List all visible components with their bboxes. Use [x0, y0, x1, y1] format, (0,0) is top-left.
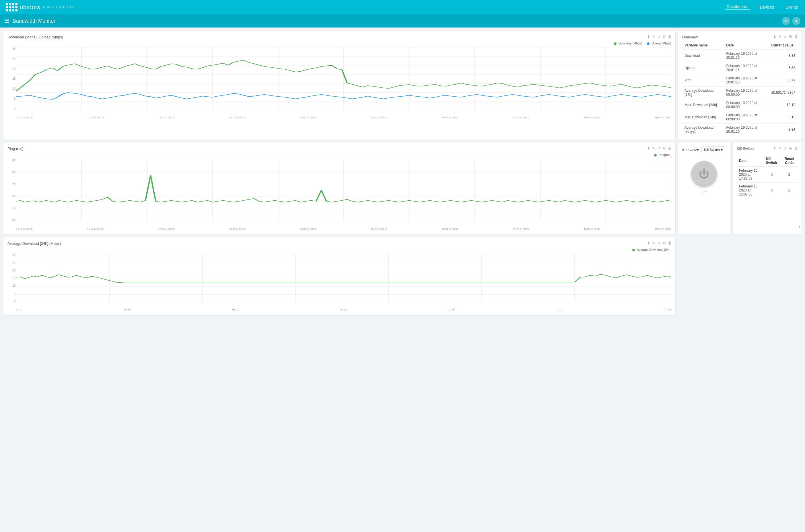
stop-button[interactable]: ● — [792, 17, 800, 25]
chart1-area: Download(Mbps) Upload(Mbps) 28 25 20 15 … — [7, 41, 671, 119]
chart3-toolbar: ⬇ ✎ ↗ ⚙ 🗑 — [647, 241, 672, 245]
chart2-settings-icon[interactable]: ⚙ — [662, 146, 666, 151]
ks-dropdown-label: Kill Switch — [704, 148, 720, 152]
chart1-legend: Download(Mbps) Upload(Mbps) — [614, 41, 671, 45]
chart2-delete-icon[interactable]: 🗑 — [668, 146, 672, 151]
col-date: Date — [724, 41, 769, 49]
chart3-legend: Average Download [24... — [632, 248, 671, 251]
ks-table-row: February 15 2020 at 14:37:58 0 2 — [737, 198, 798, 199]
avg-download-chart-widget: Average Download [24h] (Mbps) ⬇ ✎ ↗ ⚙ 🗑 … — [3, 238, 675, 315]
chart1-share-icon[interactable]: ↗ — [657, 34, 661, 39]
hamburger-icon[interactable]: ☰ — [5, 18, 9, 24]
overview-delete-icon[interactable]: 🗑 — [794, 34, 798, 39]
chart2-legend: Ping(ms) — [654, 153, 671, 156]
logo-dots — [6, 3, 18, 12]
ks-table-wrap[interactable]: Date Kill Switch Reset Code February 16 … — [737, 153, 798, 199]
nav-dashboards[interactable]: Dashboards — [725, 4, 750, 10]
ks-dropdown-arrow: ▾ — [721, 148, 722, 152]
page-title: Bandwidth Monitor — [13, 18, 779, 24]
undo-button[interactable]: ↻ — [782, 17, 790, 25]
table-row: Average Download [7days] February 19 202… — [682, 124, 798, 136]
chart3-delete-icon[interactable]: 🗑 — [668, 241, 672, 245]
ks-col-date: Date — [737, 155, 764, 167]
ks-header: Kill Switch Kill Switch ▾ — [682, 147, 726, 153]
chart1-title: Download (Mbps), Upload (Mbps) — [7, 35, 671, 39]
table-row: Min. Download [24h] February 19 2020 at … — [682, 111, 798, 124]
chart2-x-axis: 10 02 at 00:00 11 02 at 00:00 12 02 at 0… — [16, 228, 671, 230]
nav-devices[interactable]: Devices — [758, 5, 775, 10]
chart3-share-icon[interactable]: ↗ — [657, 241, 661, 245]
kill-switch-table-widget: Kill Switch ⬇ ✎ ↗ ⚙ 🗑 Date Kill Switch R… — [733, 142, 802, 234]
chart3-plot — [16, 254, 671, 302]
ks-settings-icon[interactable]: ⚙ — [789, 146, 792, 151]
logo: ubidots FOR EDUCATION — [6, 3, 74, 12]
ks-table-row: February 16 2020 at 17:37:58 0 2 — [737, 167, 798, 183]
kill-switch-power-widget: Kill Switch Kill Switch ▾ ⏻ Off — [678, 142, 730, 234]
scroll-down-icon: ▾ — [799, 225, 800, 229]
navbar: ubidots FOR EDUCATION Dashboards Devices… — [0, 0, 805, 14]
overview-download-icon[interactable]: ⬇ — [773, 34, 776, 39]
chart2-download-icon[interactable]: ⬇ — [647, 146, 651, 151]
var-max-dl: Max. Download [24h] — [682, 99, 724, 111]
col-variable: Variable name — [682, 41, 724, 49]
nav-events[interactable]: Events — [784, 5, 799, 10]
navbar-right: Dashboards Devices Events — [725, 4, 799, 10]
var-ping: Ping — [682, 74, 724, 87]
ks-edit-icon[interactable]: ✎ — [778, 146, 782, 151]
ks-table-toolbar: ⬇ ✎ ↗ ⚙ 🗑 — [773, 146, 798, 151]
kill-switch-area: Kill Switch Kill Switch ▾ ⏻ Off Kill Swi… — [678, 142, 802, 234]
power-button[interactable]: ⏻ — [691, 161, 717, 187]
chart1-settings-icon[interactable]: ⚙ — [662, 34, 666, 39]
chart3-y-axis: 30 25 20 15 10 5 0 — [7, 254, 16, 302]
chart2-y-axis: 86 80 70 60 50 39 — [7, 159, 16, 222]
ping-chart-widget: Ping (ms) ⬇ ✎ ↗ ⚙ 🗑 Ping(ms) 86 80 70 60… — [3, 142, 675, 234]
chart2-legend-ping: Ping(ms) — [654, 153, 671, 156]
chart1-svg — [16, 47, 671, 110]
ks-table: Date Kill Switch Reset Code February 16 … — [737, 155, 798, 199]
secondary-bar: ☰ Bandwidth Monitor ↻ ● — [0, 14, 805, 27]
ks-dropdown[interactable]: Kill Switch ▾ — [701, 147, 725, 153]
overview-toolbar: ⬇ ✎ ↗ ⚙ 🗑 — [773, 34, 798, 39]
chart2-area: Ping(ms) 86 80 70 60 50 39 — [7, 153, 671, 230]
table-row: Ping February 19 2020 at 20:01:16 53.79 — [682, 74, 798, 87]
col-value: Current value — [769, 41, 798, 49]
chart1-download-icon[interactable]: ⬇ — [647, 34, 651, 39]
overview-share-icon[interactable]: ↗ — [784, 34, 787, 39]
main-content: Download (Mbps), Upload (Mbps) ⬇ ✎ ↗ ⚙ 🗑… — [0, 27, 805, 319]
ks-col-kill: Kill Switch — [764, 155, 781, 167]
chart1-plot — [16, 47, 671, 110]
chart3-area: Average Download [24... 30 25 20 15 10 5… — [7, 248, 671, 311]
var-upload: Upload — [682, 62, 724, 74]
navbar-left: ubidots FOR EDUCATION — [6, 3, 74, 12]
table-row: Upload February 19 2020 at 20:01:16 5.63 — [682, 62, 798, 74]
var-avg-dl: Average Download [24h] — [682, 87, 724, 99]
power-icon: ⏻ — [699, 168, 709, 180]
chart3-legend-avg: Average Download [24... — [632, 248, 671, 251]
chart1-x-axis: 10 02 at 00:00 11 02 at 00:00 12 02 at 0… — [16, 116, 671, 119]
var-avg-7d: Average Download [7days] — [682, 124, 724, 136]
var-min-dl: Min. Download [24h] — [682, 111, 724, 124]
chart3-title: Average Download [24h] (Mbps) — [7, 241, 671, 246]
download-upload-chart-widget: Download (Mbps), Upload (Mbps) ⬇ ✎ ↗ ⚙ 🗑… — [3, 31, 675, 139]
ks-table-row: February 15 2020 at 15:07:55 0 2 — [737, 183, 798, 198]
chart2-share-icon[interactable]: ↗ — [657, 146, 661, 151]
chart2-edit-icon[interactable]: ✎ — [652, 146, 656, 151]
chart1-legend-download: Download(Mbps) — [614, 41, 642, 45]
power-label: Off — [701, 190, 706, 194]
chart1-edit-icon[interactable]: ✎ — [652, 34, 656, 39]
ks-delete-icon[interactable]: 🗑 — [794, 146, 798, 151]
chart3-download-icon[interactable]: ⬇ — [647, 241, 651, 245]
chart3-settings-icon[interactable]: ⚙ — [662, 241, 666, 245]
overview-settings-icon[interactable]: ⚙ — [789, 34, 792, 39]
overview-edit-icon[interactable]: ✎ — [778, 34, 782, 39]
chart3-x-axis: 01 07 01 10 01 01 01 04 01 07 01 10 01 0… — [16, 308, 671, 311]
chart3-edit-icon[interactable]: ✎ — [652, 241, 656, 245]
bar-icons: ↻ ● — [782, 17, 800, 25]
ks-share-icon[interactable]: ↗ — [784, 146, 787, 151]
chart1-delete-icon[interactable]: 🗑 — [668, 34, 672, 39]
ks-widget-title: Kill Switch — [682, 148, 699, 152]
overview-table: Variable name Date Current value Downloa… — [682, 41, 798, 136]
overview-widget: Overview ⬇ ✎ ↗ ⚙ 🗑 Variable name Date Cu… — [678, 31, 802, 139]
ks-download-icon[interactable]: ⬇ — [773, 146, 776, 151]
table-row: Average Download [24h] February 19 2020 … — [682, 87, 798, 99]
